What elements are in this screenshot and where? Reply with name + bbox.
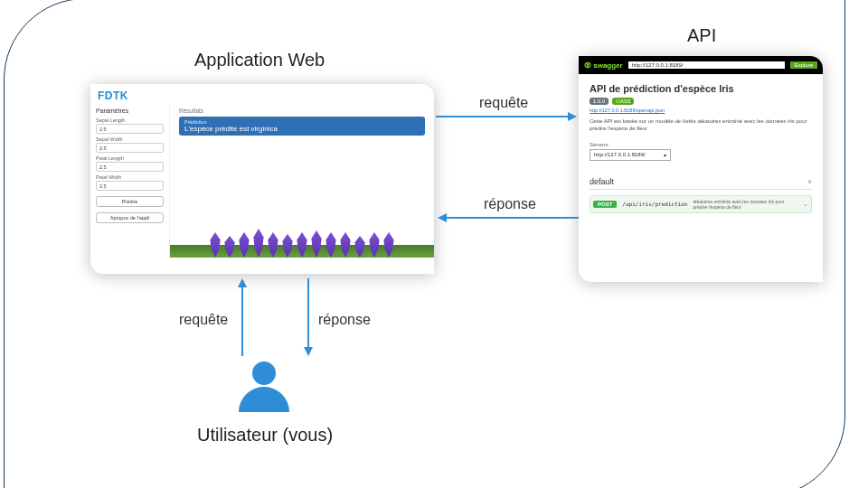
api-title: API [687, 25, 716, 46]
arrow-label-request-top: requête [479, 95, 528, 111]
prediction-text: L'espèce prédite est virginica [184, 125, 420, 133]
petal-width-field[interactable]: 2.5 [96, 181, 164, 191]
version-badge: 1.0.0 [590, 98, 609, 105]
petal-length-label: Petal Length [96, 155, 164, 161]
user-icon [239, 361, 289, 416]
webapp-title: Application Web [194, 50, 325, 70]
servers-label: Servers [590, 142, 812, 147]
endpoint-row[interactable]: POST /api/iris/prediction aléatoires ent… [590, 195, 812, 213]
sepal-length-label: Sepal Length [96, 117, 164, 123]
sepal-width-field[interactable]: 2.5 [96, 143, 164, 153]
server-select[interactable]: http://127.0.0.1:8189/▾ [590, 149, 671, 161]
endpoint-path: /api/iris/prediction [622, 201, 687, 207]
arrow-response-api-to-web [447, 217, 579, 219]
prediction-card: Prédiction L'espèce prédite est virginic… [179, 117, 425, 136]
web-app-window: FDTK Paramètres Sepal Length 2.5 Sepal W… [90, 84, 434, 274]
api-page-title: API de prédiction d'espèce Iris [590, 83, 812, 94]
arrow-label-response-top: réponse [484, 196, 536, 212]
arrowhead-icon [438, 213, 447, 222]
swagger-topbar: ⦿ swagger http://127.0.0.1:8189/ Explore [579, 56, 823, 74]
petal-width-label: Petal Width [96, 174, 164, 180]
explore-button[interactable]: Explore [790, 61, 817, 69]
petal-length-field[interactable]: 2.5 [96, 162, 164, 172]
method-badge: POST [593, 201, 617, 208]
oas-badge: OAS3 [612, 98, 634, 105]
prediction-heading: Prédiction [184, 119, 420, 125]
swagger-logo: ⦿ swagger [584, 61, 623, 70]
arrowhead-icon [304, 347, 313, 356]
user-title: Utilisateur (vous) [197, 425, 333, 446]
caret-down-icon: ▾ [664, 152, 666, 158]
api-window: ⦿ swagger http://127.0.0.1:8189/ Explore… [579, 56, 823, 282]
about-button[interactable]: Apropos de l'appli [96, 212, 164, 223]
predict-button[interactable]: Prédire [96, 196, 164, 207]
iris-flowers-image [170, 227, 434, 258]
default-section-header[interactable]: default ∧ [590, 177, 812, 190]
results-panel: Résultats Prédiction L'espèce prédite es… [170, 104, 434, 258]
arrowhead-icon [568, 112, 577, 121]
arrow-label-response-bottom: réponse [318, 312, 371, 328]
params-title: Paramètres [96, 108, 164, 114]
sepal-width-label: Sepal Width [96, 136, 164, 142]
api-description: Cette API est basée sur un modèle de for… [590, 118, 812, 133]
chevron-up-icon: ∧ [807, 178, 812, 185]
params-panel: Paramètres Sepal Length 2.5 Sepal Width … [90, 104, 170, 258]
chevron-down-icon: ⌄ [803, 201, 808, 208]
arrow-label-request-bottom: requête [179, 312, 228, 328]
openapi-link[interactable]: http://127.0.0.1:8189/openapi.json [590, 108, 812, 113]
arrow-request-web-to-api [436, 116, 570, 117]
endpoint-description: aléatoires entraîné avec les données iri… [693, 199, 797, 210]
results-title: Résultats [179, 108, 425, 114]
webapp-logo: FDTK [98, 89, 128, 102]
arrow-response-web-to-user [307, 278, 309, 347]
sepal-length-field[interactable]: 2.5 [96, 124, 164, 134]
swagger-url-input[interactable]: http://127.0.0.1:8189/ [628, 61, 785, 69]
arrow-request-user-to-web [241, 287, 243, 356]
arrowhead-icon [238, 278, 247, 287]
